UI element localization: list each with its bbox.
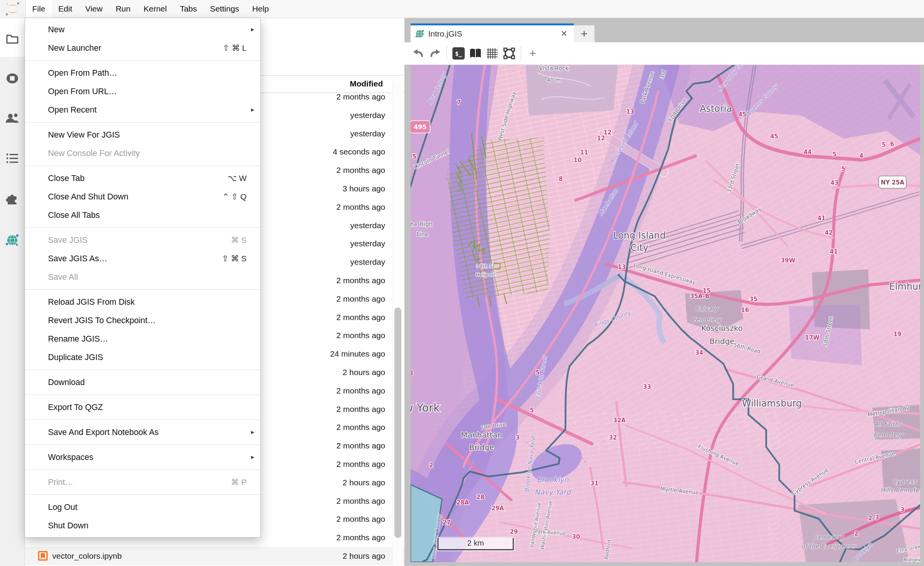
menubar-item-tabs[interactable]: Tabs [173, 0, 203, 18]
sidebar-item-filebrowser[interactable] [3, 30, 22, 48]
sidebar-item-running[interactable] [3, 69, 22, 88]
menu-item-revert-jgis-to-checkpoint[interactable]: Revert JGIS To Checkpoint… [25, 311, 260, 330]
console-button[interactable]: $_ [450, 45, 467, 62]
map-label-cemetery: Cemetery [691, 316, 722, 323]
route-badge-28: 28 [477, 494, 485, 501]
file-modified-time: 2 months ago [336, 437, 385, 455]
menu-item-label: Save And Export Notebook As [48, 423, 159, 442]
menu-item-shortcut: ⇧ ⌘ L [223, 39, 247, 57]
menu-item-shut-down[interactable]: Shut Down [25, 516, 260, 535]
route-badge-29a: 29A [492, 505, 504, 512]
menu-item-save-jgis-as[interactable]: Save JGIS As…⇧ ⌘ S [25, 249, 260, 268]
add-layer-button[interactable]: + [524, 45, 541, 62]
folder-icon [6, 34, 18, 44]
route-badge-3: 3 [875, 514, 879, 521]
map-canvas[interactable]: 495NY 25A 454544545654341424139W17W19131… [411, 65, 920, 562]
new-tab-button[interactable]: + [574, 25, 594, 42]
menubar-item-kernel[interactable]: Kernel [137, 0, 174, 18]
route-badge-7: 7 [457, 99, 461, 106]
sidebar-item-jupytergis[interactable] [3, 231, 22, 249]
route-badge-5: 5 [833, 151, 836, 158]
map-label-elmhurst: Elmhurst [889, 281, 920, 292]
route-badge-5: 5 [412, 153, 416, 160]
menu-item-shortcut: ⇧ ⌘ S [222, 249, 247, 268]
route-badge-44: 44 [804, 149, 812, 156]
menu-item-label: New Console For Activity [48, 144, 140, 163]
menu-item-open-from-url[interactable]: Open From URL… [25, 82, 260, 101]
menu-item-save-and-export-notebook-as[interactable]: Save And Export Notebook As▸ [25, 423, 260, 442]
map-label-bridge: Bridge [709, 337, 734, 346]
menu-item-label: Duplicate JGIS [48, 348, 103, 367]
route-badge-2: 2 [429, 462, 433, 469]
sidebar-item-extensions[interactable] [3, 189, 22, 207]
menu-item-workspaces[interactable]: Workspaces▸ [25, 448, 260, 466]
menubar-item-settings[interactable]: Settings [204, 0, 246, 18]
map-label-bridge: Bridge [469, 443, 494, 452]
menu-item-shortcut: ⌘ S [231, 231, 247, 249]
menu-item-print: Print…⌘ P [25, 473, 260, 491]
scrollbar-thumb[interactable] [394, 307, 401, 538]
undo-button[interactable] [410, 45, 427, 62]
route-badge-45: 45 [770, 133, 778, 140]
map-label-manhattan: Manhattan [461, 430, 502, 440]
menubar-item-run[interactable]: Run [109, 0, 137, 18]
route-badge-3: 3 [411, 370, 413, 377]
menu-item-close-tab[interactable]: Close Tab⌥ W [25, 169, 260, 188]
sidebar-item-collaboration[interactable] [3, 109, 22, 128]
menu-item-download[interactable]: Download [25, 373, 260, 392]
sidebar-item-toc[interactable] [3, 149, 22, 168]
map-label-brooklyn: Brooklyn [537, 475, 569, 484]
menu-item-export-to-qgz[interactable]: Export To QGZ [25, 398, 260, 417]
menu-item-label: Open Recent [48, 101, 97, 119]
map-label-of-the-evergreens: of the Evergreens [801, 543, 856, 550]
menu-item-log-out[interactable]: Log Out [25, 498, 260, 516]
route-badge-13: 13 [626, 108, 634, 115]
map-label-navy-yard: Navy Yard [535, 488, 571, 496]
menu-item-new[interactable]: New▸ [25, 20, 260, 39]
tab-intro-jgis[interactable]: Intro.jGIS ✕ [411, 23, 574, 42]
menu-item-open-recent[interactable]: Open Recent▸ [25, 101, 260, 119]
menu-separator [25, 395, 260, 395]
menubar-item-file[interactable]: File [26, 0, 52, 18]
route-badge-28a: 28A [457, 499, 469, 506]
toc-icon [6, 153, 19, 164]
menu-item-close-all-tabs[interactable]: Close All Tabs [25, 206, 260, 224]
close-tab-icon[interactable]: ✕ [561, 29, 568, 39]
route-badge-13: 13 [618, 264, 626, 271]
jgis-toolbar: $_ [404, 42, 924, 65]
menu-item-label: Download [48, 373, 85, 392]
route-badge-8: 8 [559, 176, 563, 183]
menu-item-open-from-path[interactable]: Open From Path… [25, 64, 260, 82]
menubar-item-view[interactable]: View [79, 0, 109, 18]
map-label-astoria: Astoria [700, 103, 732, 114]
file-modified-time: 3 hours ago [343, 179, 385, 198]
menu-item-reload-jgis-from-disk[interactable]: Reload JGIS From Disk [25, 293, 260, 311]
terminal-icon: $_ [452, 47, 465, 60]
file-modified-time: 2 hours ago [343, 363, 385, 382]
menu-item-rename-jgis[interactable]: Rename JGIS… [25, 330, 260, 348]
grid-button[interactable] [484, 45, 501, 62]
select-geometry-button[interactable] [501, 45, 518, 62]
file-row[interactable]: vector_colors.ipynb2 hours ago [25, 547, 404, 565]
menu-item-close-and-shut-down[interactable]: Close And Shut Down⌃ ⇧ Q [25, 188, 260, 206]
submenu-arrow-icon: ▸ [251, 20, 254, 39]
menu-item-label: Revert JGIS To Checkpoint… [48, 311, 156, 330]
redo-button[interactable] [427, 45, 444, 62]
menu-item-duplicate-jgis[interactable]: Duplicate JGIS [25, 348, 260, 367]
menu-item-new-view-for-jgis[interactable]: New View For JGIS [25, 126, 260, 144]
route-badge-31: 31 [591, 480, 599, 487]
route-badge-32: 32 [609, 434, 617, 441]
menubar-item-edit[interactable]: Edit [52, 0, 79, 18]
menubar-item-help[interactable]: Help [246, 0, 275, 18]
route-badge-4: 4 [859, 153, 863, 159]
map-label-city: City [630, 242, 648, 253]
identify-button[interactable] [467, 45, 484, 62]
menu-item-label: Shut Down [48, 516, 88, 535]
map-view[interactable]: 495NY 25A 454544545654341424139W17W19131… [411, 65, 920, 562]
menu-item-label: Export To QGZ [48, 398, 103, 417]
jupyter-logo-icon [5, 1, 21, 17]
route-badge-39w: 39W [781, 257, 795, 264]
file-modified-time: 2 months ago [336, 88, 385, 106]
menu-item-new-launcher[interactable]: New Launcher⇧ ⌘ L [25, 39, 260, 57]
route-badge-3: 3 [516, 434, 520, 441]
